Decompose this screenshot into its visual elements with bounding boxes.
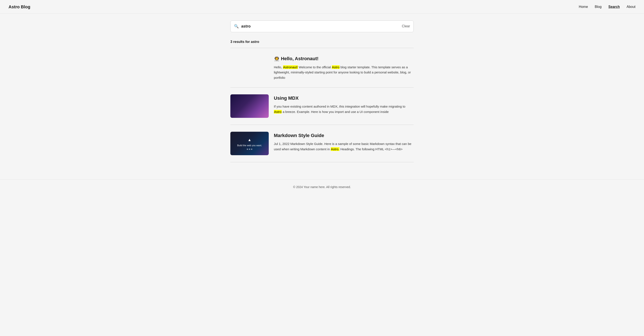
nav-search[interactable]: Search bbox=[608, 4, 620, 10]
footer-text: © 2024 Your name here. All rights reserv… bbox=[293, 185, 351, 189]
result-2-content: Using MDX If you have existing content a… bbox=[274, 94, 414, 115]
astro-logo-icon: ▲ bbox=[248, 137, 252, 143]
results-count: 3 results for astro bbox=[230, 39, 414, 45]
thumb-text: Build the web you want. bbox=[237, 144, 262, 147]
site-footer: © 2024 Your name here. All rights reserv… bbox=[0, 179, 644, 195]
main-nav: Home Blog Search About bbox=[579, 4, 636, 10]
result-1-title[interactable]: 👩‍🚀 Hello, Astronaut! bbox=[274, 55, 414, 62]
result-1-body-middle: Welcome to the official bbox=[298, 65, 332, 69]
nav-home[interactable]: Home bbox=[579, 4, 588, 10]
nav-blog[interactable]: Blog bbox=[595, 4, 602, 10]
result-3-highlight-1: Astro. bbox=[331, 147, 340, 151]
dot-1 bbox=[247, 148, 248, 150]
result-2-body-before: If you have existing content authored in… bbox=[274, 105, 405, 108]
result-item: ▲ Build the web you want. Markdown Style… bbox=[230, 125, 414, 162]
search-input[interactable] bbox=[241, 24, 402, 29]
result-1-highlight-1: Astronaut! bbox=[283, 65, 298, 69]
divider-3 bbox=[230, 162, 414, 162]
result-3-body-after: Headings. The following HTML <h1>—<h6> bbox=[340, 147, 402, 151]
clear-button[interactable]: Clear bbox=[402, 24, 410, 28]
result-2-title[interactable]: Using MDX bbox=[274, 94, 414, 102]
result-1-emoji: 👩‍🚀 bbox=[274, 56, 281, 61]
dot-2 bbox=[249, 148, 250, 150]
site-header: Astro Blog Home Blog Search About bbox=[0, 0, 644, 14]
result-1-body-before: Hello, bbox=[274, 65, 283, 69]
result-2-body: If you have existing content authored in… bbox=[274, 104, 414, 115]
nav-about[interactable]: About bbox=[626, 4, 636, 10]
main-content: 🔍 Clear 3 results for astro 👩‍🚀 Hello, A… bbox=[226, 14, 418, 179]
result-3-thumbnail: ▲ Build the web you want. bbox=[230, 132, 269, 155]
result-1-highlight-2: Astro bbox=[332, 65, 340, 69]
thumb-dots bbox=[247, 148, 252, 150]
result-item: 👩‍🚀 Hello, Astronaut! Hello, Astronaut! … bbox=[230, 48, 414, 87]
result-2-highlight-1: Astro bbox=[274, 110, 282, 114]
result-1-content: 👩‍🚀 Hello, Astronaut! Hello, Astronaut! … bbox=[274, 55, 414, 80]
search-icon: 🔍 bbox=[234, 23, 239, 30]
dot-3 bbox=[251, 148, 252, 150]
site-title: Astro Blog bbox=[8, 4, 30, 10]
result-2-body-after: a breeze. Example. Here is how you impor… bbox=[282, 110, 389, 114]
search-box: 🔍 Clear bbox=[230, 21, 414, 32]
result-3-body: Jul 1, 2022 Markdown Style Guide. Here i… bbox=[274, 141, 414, 152]
result-1-body: Hello, Astronaut! Welcome to the officia… bbox=[274, 65, 414, 80]
result-3-title[interactable]: Markdown Style Guide bbox=[274, 132, 414, 139]
result-2-thumbnail bbox=[230, 94, 269, 118]
result-item: Using MDX If you have existing content a… bbox=[230, 88, 414, 125]
result-3-content: Markdown Style Guide Jul 1, 2022 Markdow… bbox=[274, 132, 414, 152]
